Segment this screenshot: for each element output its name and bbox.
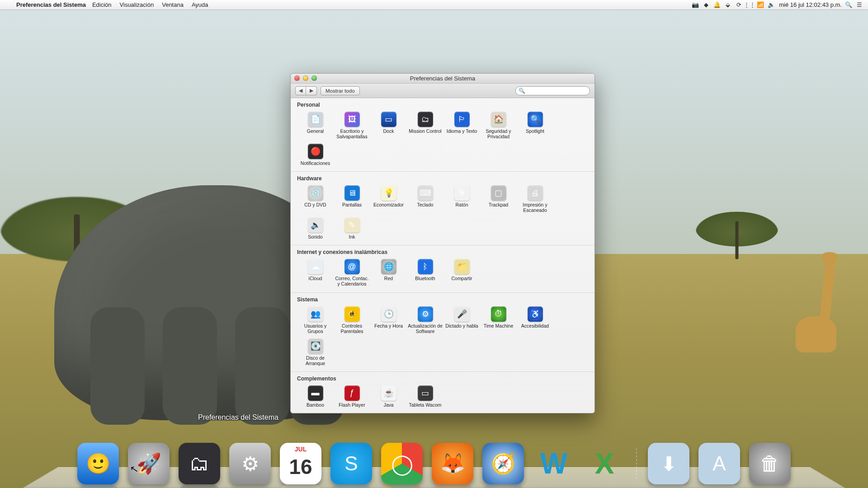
system-preferences-window: Preferencias del Sistema ◀ ▶ Mostrar tod… — [290, 73, 595, 413]
pref-dock[interactable]: ▭Dock — [370, 110, 407, 142]
pref-energy[interactable]: 💡Economizador — [370, 183, 407, 216]
dock-chrome[interactable]: ◯ — [381, 443, 423, 484]
dock-firefox[interactable]: 🦊 — [432, 443, 473, 484]
spotlight-menu-icon[interactable]: 🔍 — [844, 1, 853, 9]
pref-bluetooth[interactable]: ᛒBluetooth — [407, 257, 443, 289]
dock-safari[interactable]: 🧭 — [482, 443, 524, 484]
back-button[interactable]: ◀ — [295, 86, 306, 95]
mail-label: Correo, Contac. y Calendarios — [334, 276, 370, 286]
pref-startup[interactable]: 💽Disco de Arranque — [297, 337, 334, 369]
spotlight-icon: 🔍 — [528, 112, 543, 127]
security-label: Seguridad y Privacidad — [480, 128, 517, 139]
menu-edición[interactable]: Edición — [92, 1, 112, 8]
menu-visualización[interactable]: Visualización — [120, 1, 154, 8]
pref-wacom[interactable]: ▭Tableta Wacom — [407, 384, 443, 410]
pref-security[interactable]: 🏠Seguridad y Privacidad — [480, 110, 517, 142]
sharing-label: Compartir — [451, 276, 472, 281]
bluetooth-label: Bluetooth — [415, 276, 435, 281]
zoom-button[interactable] — [311, 75, 317, 81]
mission-label: Mission Control — [409, 128, 441, 134]
general-icon: 📄 — [308, 112, 323, 127]
pref-displays[interactable]: 🖥Pantallas — [334, 183, 370, 216]
forward-button[interactable]: ▶ — [306, 86, 317, 95]
section-internet-y-conexiones-inalámbricas: Internet y conexiones inalámbricas — [297, 249, 588, 255]
dock-skype[interactable]: S — [330, 443, 372, 484]
pref-print[interactable]: 🖨Impresión y Escaneado — [517, 183, 553, 216]
dictation-icon: 🎤 — [454, 306, 470, 322]
pref-accessibility[interactable]: ♿Accesibilidad — [517, 305, 553, 337]
section-complementos: Complementos — [297, 375, 588, 382]
window-title: Preferencias del Sistema — [291, 75, 594, 82]
desktop-icon: 🖼 — [344, 112, 360, 127]
trackpad-icon: ▢ — [491, 185, 506, 201]
pref-mouse[interactable]: 🖱Ratón — [443, 183, 480, 216]
pref-icloud[interactable]: ☁iCloud — [297, 257, 334, 289]
pref-bamboo[interactable]: ▬Bamboo — [297, 384, 334, 410]
titlebar[interactable]: Preferencias del Sistema — [291, 74, 594, 84]
energy-icon: 💡 — [381, 185, 396, 201]
pref-general[interactable]: 📄General — [297, 110, 334, 142]
pref-swupdate[interactable]: ⚙Actualización de Software — [407, 305, 443, 337]
pref-cddvd[interactable]: 💿CD y DVD — [297, 183, 334, 216]
pref-parental[interactable]: 🚸Controles Parentales — [334, 305, 370, 337]
dock-calendar[interactable]: JUL16 — [280, 443, 321, 484]
camera-menu-icon[interactable]: 📷 — [691, 1, 699, 9]
pref-desktop[interactable]: 🖼Escritorio y Salvapantallas — [334, 110, 370, 142]
notif-label: Notificaciones — [301, 160, 330, 166]
sync-menu-icon[interactable]: ⟳ — [735, 1, 743, 9]
volume-menu-icon[interactable]: 🔈 — [767, 1, 775, 9]
ink-icon: ✎ — [344, 217, 360, 233]
close-button[interactable] — [294, 75, 300, 81]
dots-menu-icon[interactable]: ⋮⋮ — [745, 1, 754, 9]
dropbox-menu-icon[interactable]: ⬙ — [724, 1, 732, 9]
wifi-menu-icon[interactable]: 📶 — [756, 1, 764, 9]
pref-trackpad[interactable]: ▢Trackpad — [480, 183, 517, 216]
pref-flash[interactable]: ƒFlash Player — [334, 384, 370, 410]
print-icon: 🖨 — [528, 185, 543, 201]
dock-excel[interactable]: X — [584, 443, 625, 484]
dock-word[interactable]: W — [533, 443, 575, 484]
swupdate-label: Actualización de Software — [407, 323, 443, 334]
pref-keyboard[interactable]: ⌨Teclado — [407, 183, 443, 216]
dock-mission[interactable]: 🗂 — [179, 443, 220, 484]
dock-downloads[interactable]: ⬇ — [648, 443, 689, 484]
mission-icon: 🗂 — [418, 112, 433, 127]
pref-spotlight[interactable]: 🔍Spotlight — [517, 110, 553, 142]
menubar-app-title[interactable]: Preferencias del Sistema — [16, 1, 86, 8]
java-label: Java — [383, 402, 393, 408]
pref-timemachine[interactable]: ⏱Time Machine — [480, 305, 517, 337]
swupdate-icon: ⚙ — [418, 306, 433, 322]
dock-finder[interactable]: 🙂 — [77, 443, 119, 484]
shield-menu-icon[interactable]: ◆ — [702, 1, 710, 9]
pref-users[interactable]: 👥Usuarios y Grupos — [297, 305, 334, 337]
pref-mission[interactable]: 🗂Mission Control — [407, 110, 443, 142]
dock-sysprefs[interactable]: ⚙ — [229, 443, 271, 484]
notification-center-icon[interactable]: ☰ — [855, 1, 863, 9]
dock: 🙂🚀🗂⚙JUL16S◯🦊🧭WX⬇A🗑 — [23, 438, 845, 488]
accessibility-icon: ♿ — [528, 306, 543, 322]
pref-ink[interactable]: ✎Ink — [334, 216, 370, 242]
pref-dictation[interactable]: 🎤Dictado y habla — [443, 305, 480, 337]
network-label: Red — [384, 276, 393, 281]
notif-icon: 🔴 — [308, 144, 323, 159]
mouse-icon: 🖱 — [454, 185, 470, 201]
pref-lang[interactable]: 🏳Idioma y Texto — [443, 110, 480, 142]
dock-apps[interactable]: A — [698, 443, 740, 484]
pref-network[interactable]: 🌐Red — [370, 257, 407, 289]
show-all-button[interactable]: Mostrar todo — [321, 86, 360, 95]
pref-java[interactable]: ☕Java — [370, 384, 407, 410]
menu-ventana[interactable]: Ventana — [162, 1, 184, 8]
pref-mail[interactable]: @Correo, Contac. y Calendarios — [334, 257, 370, 289]
pref-datetime[interactable]: 🕒Fecha y Hora — [370, 305, 407, 337]
bell-menu-icon[interactable]: 🔔 — [713, 1, 721, 9]
menubar-clock[interactable]: mié 16 jul 12:02:43 p.m. — [779, 1, 842, 8]
dock-trash[interactable]: 🗑 — [749, 443, 791, 484]
minimize-button[interactable] — [303, 75, 308, 81]
pref-notif[interactable]: 🔴Notificaciones — [297, 142, 334, 169]
search-input[interactable] — [515, 86, 590, 95]
parental-icon: 🚸 — [344, 306, 360, 322]
timemachine-icon: ⏱ — [491, 306, 506, 322]
pref-sound[interactable]: 🔈Sonido — [297, 216, 334, 242]
menu-ayuda[interactable]: Ayuda — [192, 1, 208, 8]
pref-sharing[interactable]: 📁Compartir — [443, 257, 480, 289]
